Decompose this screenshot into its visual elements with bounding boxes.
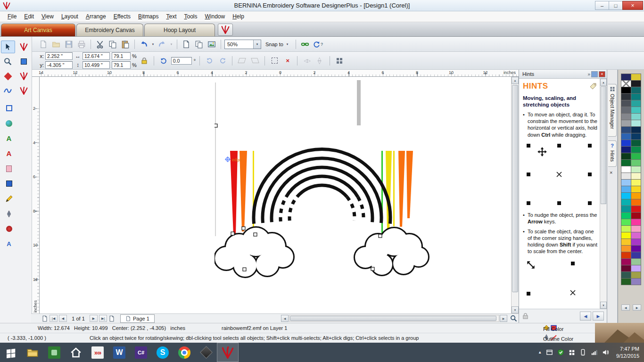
tab-hints[interactable]: ? Hints [608,140,617,167]
next-hint-button[interactable]: ▶ [593,312,604,321]
menu-help[interactable]: Help [229,12,248,21]
previous-hint-button[interactable]: ◀ [580,312,591,321]
menu-window[interactable]: Window [201,12,229,21]
chrome-icon[interactable] [173,343,195,362]
snap-to-dropdown[interactable]: Snap to ▼ [263,41,292,48]
inkscape-icon[interactable] [195,343,217,362]
color-swatch[interactable] [621,100,631,107]
color-swatch[interactable] [631,146,641,153]
color-swatch[interactable] [621,173,631,180]
color-swatch[interactable] [621,107,631,114]
proportional-lock-toggle[interactable] [139,55,150,66]
green-app-icon[interactable] [43,343,65,362]
y-position-input[interactable]: -4.305 " [45,61,73,69]
mirror-horizontal-button[interactable]: ◁▷ [301,55,313,66]
minimize-button[interactable]: – [595,1,609,10]
scale-x-input[interactable]: 79.1 [112,52,131,60]
bernina-app-icon[interactable] [217,343,239,362]
scroll-left-button[interactable]: ◀ [281,315,289,322]
mirror-flower-tool[interactable] [17,70,31,82]
palette-scroll-right-button[interactable]: ▶ [633,304,641,311]
scale-y-input[interactable]: 79.1 [112,61,131,69]
hints-panel-header[interactable]: Hints » × [519,70,607,79]
color-swatch[interactable] [621,278,631,285]
hints-scrollbar[interactable]: ▲ ▼ [600,79,607,309]
new-page-icon[interactable] [108,315,115,322]
redo-button[interactable] [157,39,168,50]
previous-page-button[interactable]: ◀ [59,315,67,322]
color-swatch[interactable] [631,166,641,173]
menu-layout[interactable]: Layout [58,12,82,21]
color-swatch[interactable] [631,258,641,265]
panel-close-button[interactable]: × [599,71,605,77]
auto-apply-button[interactable] [299,39,311,50]
color-swatch[interactable] [621,166,631,173]
color-swatch[interactable] [631,173,641,180]
canvas-horizontal-scrollbar[interactable] [289,315,499,322]
menu-file[interactable]: File [4,12,20,21]
x-position-input[interactable]: 2.252 " [45,52,73,60]
color-swatch[interactable] [631,87,641,94]
color-swatch[interactable] [631,179,641,186]
color-swatch[interactable] [631,199,641,206]
panel-collapse-button[interactable] [591,71,598,77]
reshape-tool[interactable] [1,84,15,97]
color-swatch[interactable] [621,206,631,213]
magic-wand-tool[interactable] [1,70,15,82]
color-swatch[interactable] [631,212,641,219]
csharp-icon[interactable]: C# [130,343,152,362]
digitize-flower-tool[interactable] [17,84,31,97]
new-file-button[interactable] [38,39,49,50]
copy-button[interactable] [107,39,118,50]
next-page-button[interactable]: ▶ [90,315,98,322]
color-swatch[interactable] [631,206,641,213]
paint-fill-tool[interactable] [17,55,31,68]
color-swatch[interactable] [621,113,631,120]
color-swatch[interactable] [631,159,641,166]
color-swatch[interactable] [631,239,641,246]
refresh-screen-button[interactable]: ? [312,39,323,50]
color-swatch[interactable] [621,93,631,100]
color-swatch[interactable] [621,126,631,133]
network-icon[interactable] [591,349,598,356]
color-swatch[interactable] [621,219,631,226]
color-swatch[interactable] [621,120,631,127]
color-swatch[interactable] [631,100,641,107]
first-page-button[interactable]: |◀ [50,315,58,322]
word-icon[interactable]: W [108,343,130,362]
mirror-merge-grid-button[interactable] [334,55,345,66]
scroll-up-button[interactable]: ▲ [512,77,519,84]
menu-arrange[interactable]: Arrange [82,12,110,21]
color-swatch[interactable] [621,159,631,166]
page-tab[interactable]: Page 1 [120,314,155,323]
redo-dropdown-icon[interactable]: ▼ [169,43,173,46]
file-explorer-icon[interactable] [22,343,43,362]
color-swatch[interactable] [621,186,631,193]
color-swatch[interactable] [621,258,631,265]
hints-scroll-down-button[interactable]: ▼ [600,302,607,309]
select-boundary-button[interactable] [269,55,280,66]
zoom-dropdown-icon[interactable]: ▼ [253,40,261,49]
color-swatch[interactable] [621,133,631,140]
color-swatch[interactable] [621,74,631,81]
color-swatch[interactable] [631,113,641,120]
skew-vertical-button[interactable] [249,55,261,66]
pen-outline-tool[interactable] [2,207,16,220]
color-swatch[interactable] [631,80,641,87]
tab-art-canvas[interactable]: Art Canvas [1,24,75,36]
color-swatch[interactable] [621,146,631,153]
spray-stipple-tool[interactable] [2,222,16,235]
rectangle-tool[interactable] [2,102,16,115]
color-swatch[interactable] [621,199,631,206]
color-swatch[interactable] [631,120,641,127]
color-swatch[interactable] [631,245,641,252]
color-swatch[interactable] [621,232,631,239]
show-hidden-icons-button[interactable]: ▲ [538,350,542,354]
menu-edit[interactable]: Edit [20,12,38,21]
zoom-level-select[interactable]: 50% ▼ [224,40,261,49]
vertical-scroll-thumb[interactable] [512,85,518,292]
tab-embroidery-canvas[interactable]: Embroidery Canvas [76,24,143,36]
red-chevrons-app-icon[interactable]: »» [87,343,108,362]
color-swatch[interactable] [621,225,631,232]
color-swatch[interactable] [631,192,641,199]
